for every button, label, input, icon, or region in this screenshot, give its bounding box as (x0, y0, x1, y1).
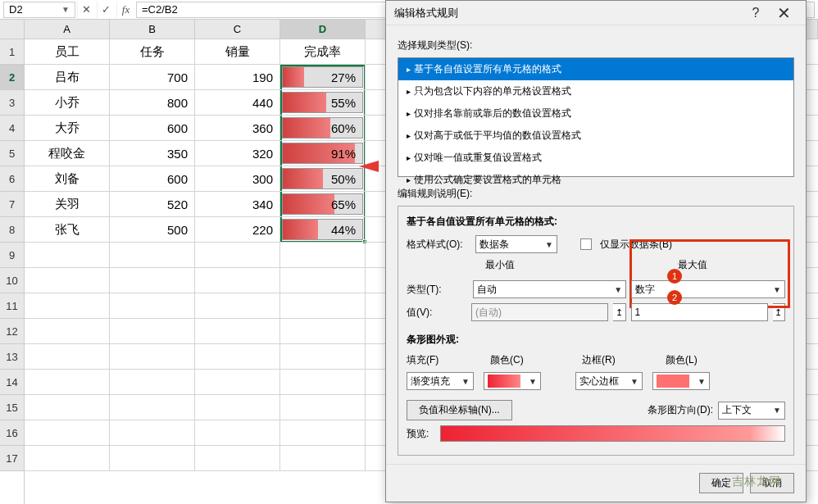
fx-button[interactable]: fx (116, 2, 134, 18)
bar-direction-select[interactable]: 上下文▼ (718, 402, 785, 420)
row-header[interactable]: 3 (0, 90, 24, 116)
border-select[interactable]: 实心边框▼ (575, 372, 643, 390)
empty-cell[interactable] (25, 446, 110, 471)
empty-cell[interactable] (195, 268, 280, 293)
max-type-select[interactable]: 数字▼ (631, 280, 785, 298)
column-header[interactable]: B (110, 20, 195, 39)
chevron-down-icon[interactable]: ▼ (61, 5, 70, 14)
empty-cell[interactable] (110, 370, 195, 395)
header-cell[interactable]: 员工 (25, 39, 110, 65)
empty-cell[interactable] (25, 268, 110, 293)
column-header[interactable]: A (25, 20, 110, 39)
data-cell[interactable]: 600 (110, 116, 195, 141)
row-header[interactable]: 8 (0, 217, 24, 243)
cancel-button[interactable]: 取消 (750, 473, 794, 493)
row-header[interactable]: 1 (0, 39, 24, 65)
data-cell[interactable]: 360 (195, 116, 280, 141)
row-header[interactable]: 13 (0, 344, 24, 370)
row-header[interactable]: 12 (0, 319, 24, 344)
empty-cell[interactable] (110, 319, 195, 344)
ok-button[interactable]: 确定 (699, 473, 743, 493)
empty-cell[interactable] (25, 319, 110, 344)
row-header[interactable]: 14 (0, 370, 24, 395)
row-header[interactable]: 4 (0, 116, 24, 141)
row-header[interactable]: 16 (0, 420, 24, 446)
empty-cell[interactable] (280, 370, 366, 395)
empty-cell[interactable] (280, 268, 366, 293)
empty-cell[interactable] (195, 243, 280, 268)
empty-cell[interactable] (25, 420, 110, 446)
max-value-input[interactable]: 1 (631, 303, 768, 321)
empty-cell[interactable] (280, 395, 366, 420)
row-header[interactable]: 10 (0, 268, 24, 293)
empty-cell[interactable] (195, 293, 280, 319)
column-header[interactable]: C (195, 20, 280, 39)
empty-cell[interactable] (110, 420, 195, 446)
data-cell[interactable]: 小乔 (25, 90, 110, 116)
empty-cell[interactable] (110, 293, 195, 319)
empty-cell[interactable] (195, 420, 280, 446)
rule-type-item[interactable]: ▸基于各自值设置所有单元格的格式 (398, 58, 793, 80)
data-cell[interactable]: 520 (110, 192, 195, 217)
data-cell[interactable]: 关羽 (25, 192, 110, 217)
rule-type-item[interactable]: ▸仅对排名靠前或靠后的数值设置格式 (398, 102, 793, 125)
empty-cell[interactable] (195, 319, 280, 344)
empty-cell[interactable] (110, 446, 195, 471)
databar-cell[interactable]: 44% (280, 217, 366, 243)
databar-cell[interactable]: 60% (280, 116, 366, 141)
row-header[interactable]: 2 (0, 65, 24, 90)
cancel-formula-button[interactable]: ✕ (77, 2, 95, 18)
format-style-select[interactable]: 数据条▼ (475, 235, 557, 253)
data-cell[interactable]: 700 (110, 65, 195, 90)
show-bar-only-checkbox[interactable] (580, 238, 592, 250)
data-cell[interactable]: 500 (110, 217, 195, 243)
data-cell[interactable]: 440 (195, 90, 280, 116)
data-cell[interactable]: 340 (195, 192, 280, 217)
empty-cell[interactable] (280, 344, 366, 370)
row-header[interactable]: 17 (0, 446, 24, 471)
empty-cell[interactable] (195, 344, 280, 370)
data-cell[interactable]: 刘备 (25, 166, 110, 192)
empty-cell[interactable] (25, 344, 110, 370)
empty-cell[interactable] (25, 243, 110, 268)
empty-cell[interactable] (280, 446, 366, 471)
data-cell[interactable]: 350 (110, 141, 195, 166)
border-color-select[interactable]: ▼ (652, 372, 710, 390)
empty-cell[interactable] (110, 243, 195, 268)
accept-formula-button[interactable]: ✓ (97, 2, 115, 18)
column-header[interactable]: D (280, 20, 366, 39)
empty-cell[interactable] (280, 243, 366, 268)
max-collapse-button[interactable]: ↥ (773, 303, 785, 321)
header-cell[interactable]: 任务 (110, 39, 195, 65)
row-header[interactable]: 9 (0, 243, 24, 268)
row-header[interactable]: 11 (0, 293, 24, 319)
header-cell[interactable]: 销量 (195, 39, 280, 65)
empty-cell[interactable] (280, 319, 366, 344)
data-cell[interactable]: 190 (195, 65, 280, 90)
min-value-input[interactable]: (自动) (471, 303, 608, 321)
neg-axis-button[interactable]: 负值和坐标轴(N)... (407, 400, 512, 420)
empty-cell[interactable] (25, 395, 110, 420)
data-cell[interactable]: 320 (195, 141, 280, 166)
data-cell[interactable]: 220 (195, 217, 280, 243)
rule-type-item[interactable]: ▸只为包含以下内容的单元格设置格式 (398, 80, 793, 102)
empty-cell[interactable] (25, 370, 110, 395)
empty-cell[interactable] (195, 446, 280, 471)
empty-cell[interactable] (110, 344, 195, 370)
empty-cell[interactable] (195, 370, 280, 395)
databar-cell[interactable]: 50% (280, 166, 366, 192)
empty-cell[interactable] (25, 293, 110, 319)
row-header[interactable]: 15 (0, 395, 24, 420)
fill-color-select[interactable]: ▼ (484, 372, 541, 390)
empty-cell[interactable] (110, 268, 195, 293)
dialog-titlebar[interactable]: 编辑格式规则 ? ✕ (386, 1, 806, 25)
rule-type-item[interactable]: ▸仅对高于或低于平均值的数值设置格式 (398, 125, 793, 147)
databar-cell[interactable]: 27% (280, 65, 366, 90)
header-cell[interactable]: 完成率 (280, 39, 366, 65)
databar-cell[interactable]: 55% (280, 90, 366, 116)
row-header[interactable]: 6 (0, 166, 24, 192)
empty-cell[interactable] (280, 293, 366, 319)
empty-cell[interactable] (110, 395, 195, 420)
fill-select[interactable]: 渐变填充▼ (407, 372, 474, 390)
name-box[interactable]: D2 ▼ (3, 2, 75, 18)
